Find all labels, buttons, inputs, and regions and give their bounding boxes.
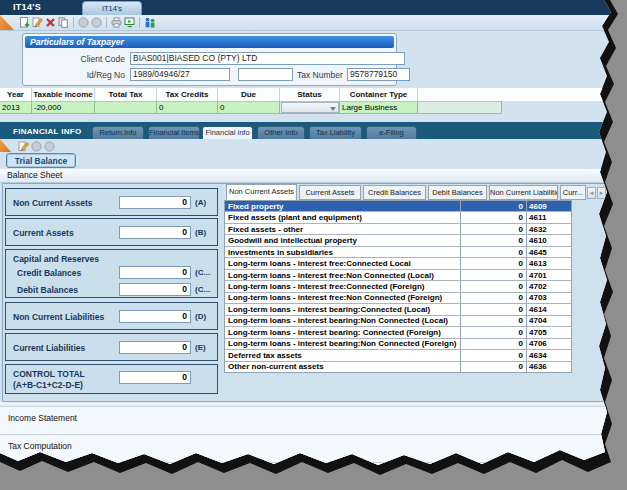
back-button[interactable] — [43, 140, 56, 152]
grid-row[interactable]: Fixed assets - other04632 — [225, 224, 571, 235]
grid-cell-code[interactable]: 4632 — [527, 225, 571, 234]
grid-cell-desc[interactable]: Long-term loans - interest free:Connecte… — [225, 281, 461, 291]
grid-cell-value[interactable]: 0 — [461, 304, 527, 314]
detail-tab-credit-balances[interactable]: Credit Balances — [363, 185, 426, 200]
col-header-total-tax[interactable]: Total Tax — [95, 88, 157, 101]
grid-cell-desc[interactable]: Fixed assets - other — [225, 224, 461, 234]
copy-button[interactable] — [57, 17, 70, 29]
grid-cell-value[interactable]: 0 — [461, 350, 527, 360]
cell-total-tax[interactable] — [95, 101, 157, 114]
tab-financial-items[interactable]: Financial Items — [148, 126, 200, 139]
id-reg-field[interactable]: 1989/04946/27 — [130, 68, 230, 81]
col-header-year[interactable]: Year — [0, 88, 32, 101]
grid-cell-code[interactable]: 4706 — [527, 339, 571, 348]
grid-cell-desc[interactable]: Long-term loans - interest free:Connecte… — [225, 258, 461, 268]
grid-row[interactable]: Deferred tax assets04634 — [225, 350, 571, 361]
tab-scroll-right-button[interactable]: ► — [597, 187, 606, 199]
print-button[interactable] — [110, 17, 123, 29]
grid-row[interactable]: Long-term loans - interest free:Connecte… — [225, 281, 571, 292]
grid-cell-code[interactable]: 4702 — [527, 282, 571, 291]
grid-cell-value[interactable]: 0 — [461, 224, 527, 234]
tax-number-field[interactable]: 9578779150 — [347, 68, 410, 81]
document-tab[interactable]: IT14's — [82, 1, 142, 15]
grid-cell-value[interactable]: 0 — [461, 293, 527, 303]
cell-taxable-income[interactable]: -20,000 — [32, 101, 95, 114]
grid-cell-value[interactable]: 0 — [461, 339, 527, 349]
grid-row[interactable]: Long-term loans - interest bearing:Non C… — [225, 316, 571, 327]
grid-cell-code[interactable]: 4610 — [527, 236, 571, 245]
grid-cell-code[interactable]: 4704 — [527, 316, 571, 325]
grid-cell-desc[interactable]: Long-term loans - interest bearing:Non C… — [225, 316, 461, 326]
trial-balance-button[interactable]: Trial Balance — [6, 153, 76, 168]
back-button[interactable] — [90, 17, 103, 29]
grid-cell-desc[interactable]: Fixed assets (plant and equipment) — [225, 212, 461, 222]
grid-row[interactable]: Fixed assets (plant and equipment)04611 — [225, 212, 571, 223]
grid-cell-value[interactable]: 0 — [461, 212, 527, 222]
col-header-status[interactable]: Status — [280, 88, 340, 101]
grid-cell-code[interactable]: 4636 — [527, 362, 571, 371]
cl-field[interactable]: 0 — [119, 341, 191, 354]
grid-cell-value[interactable]: 0 — [461, 362, 527, 372]
grid-cell-code[interactable]: 4614 — [527, 305, 571, 314]
grid-cell-value[interactable]: 0 — [461, 258, 527, 268]
new-button[interactable] — [18, 17, 31, 29]
grid-row[interactable]: Long-term loans - interest bearing:Conne… — [225, 304, 571, 315]
credit-balances-field[interactable]: 0 — [119, 266, 191, 279]
grid-cell-desc[interactable]: Fixed property — [225, 201, 461, 211]
grid-cell-code[interactable]: 4705 — [527, 328, 571, 337]
tab-other-info[interactable]: Other Info — [257, 126, 305, 139]
grid-cell-desc[interactable]: Long-term loans - interest bearing:Conne… — [225, 304, 461, 314]
grid-cell-desc[interactable]: Goodwill and intellectual property — [225, 235, 461, 245]
grid-cell-value[interactable]: 0 — [461, 270, 527, 280]
grid-cell-code[interactable]: 4634 — [527, 351, 571, 360]
status-dropdown[interactable] — [281, 102, 339, 113]
grid-cell-value[interactable]: 0 — [461, 281, 527, 291]
cell-tax-credits[interactable]: 0 — [157, 101, 218, 114]
grid-cell-desc[interactable]: Long-term loans - interest bearing:Non C… — [225, 339, 461, 349]
grid-cell-value[interactable]: 0 — [461, 201, 527, 211]
tab-financial-info[interactable]: Financial info — [202, 126, 253, 139]
grid-cell-value[interactable]: 0 — [461, 235, 527, 245]
grid-cell-desc[interactable]: Deferred tax assets — [225, 350, 461, 360]
detail-tab-current-assets[interactable]: Current Assets — [299, 185, 361, 200]
grid-cell-value[interactable]: 0 — [461, 327, 527, 337]
grid-row[interactable]: Fixed property04609 — [225, 201, 571, 212]
grid-cell-code[interactable]: 4609 — [527, 202, 571, 211]
users-button[interactable] — [143, 17, 156, 29]
col-header-taxable-income[interactable]: Taxable Income — [32, 88, 95, 101]
grid-cell-desc[interactable]: Long-term loans - interest free:Non Conn… — [225, 270, 461, 280]
grid-row[interactable]: Long-term loans - interest free:Connecte… — [225, 258, 571, 269]
grid-cell-value[interactable]: 0 — [461, 316, 527, 326]
grid-cell-value[interactable]: 0 — [461, 247, 527, 257]
grid-cell-desc[interactable]: Other non-current assets — [225, 362, 461, 372]
cell-container-type[interactable]: Large Business — [340, 101, 418, 114]
grid-cell-code[interactable]: 4703 — [527, 293, 571, 302]
ncl-field[interactable]: 0 — [119, 310, 191, 323]
export-button[interactable] — [123, 17, 136, 29]
grid-row[interactable]: Long-term loans - interest free:Non Conn… — [225, 293, 571, 304]
grid-row[interactable]: Other non-current assets04636 — [225, 362, 571, 372]
detail-tab-non-current-liabilities[interactable]: Non Current Liabilities — [489, 185, 558, 200]
section-income-statement[interactable]: Income Statement — [0, 406, 620, 434]
tab-tax-liability[interactable]: Tax Liability — [309, 126, 362, 139]
col-header-due[interactable]: Due — [218, 88, 280, 101]
balance-sheet-section-bar[interactable]: Balance Sheet — [0, 169, 620, 183]
tab-scroll-left-button[interactable]: ◄ — [587, 187, 596, 199]
delete-button[interactable] — [44, 17, 57, 29]
client-code-field[interactable]: BIAS001|BIASED CO (PTY) LTD — [130, 52, 405, 65]
grid-row[interactable]: Long-term loans - interest bearing:Non C… — [225, 339, 571, 350]
accept-button[interactable] — [77, 17, 90, 29]
tab-return-info[interactable]: Return Info — [92, 126, 144, 139]
detail-tab-non-current-assets[interactable]: Non Current Assets — [226, 184, 297, 200]
grid-row[interactable]: Investments in subsidiaries04645 — [225, 247, 571, 258]
grid-cell-code[interactable]: 4611 — [527, 213, 571, 222]
grid-cell-code[interactable]: 4613 — [527, 259, 571, 268]
debit-balances-field[interactable]: 0 — [119, 283, 191, 296]
id-reg-field-2[interactable] — [238, 68, 293, 81]
cell-year[interactable]: 2013 — [0, 101, 32, 114]
col-header-tax-credits[interactable]: Tax Credits — [157, 88, 218, 101]
control-total-field[interactable]: 0 — [119, 371, 191, 384]
col-header-container-type[interactable]: Container Type — [340, 88, 418, 101]
grid-cell-desc[interactable]: Investments in subsidiaries — [225, 247, 461, 257]
grid-cell-desc[interactable]: Long-term loans - interest free:Non Conn… — [225, 293, 461, 303]
